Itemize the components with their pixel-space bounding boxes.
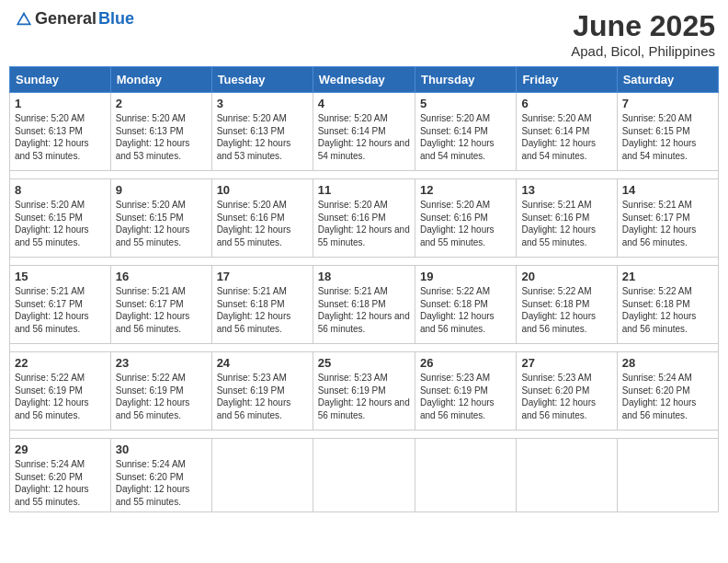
calendar-cell: 23 Sunrise: 5:22 AMSunset: 6:19 PMDaylig… [110, 352, 211, 431]
day-info: Sunrise: 5:20 AMSunset: 6:16 PMDaylight:… [420, 200, 495, 247]
day-info: Sunrise: 5:21 AMSunset: 6:17 PMDaylight:… [622, 200, 697, 247]
day-number: 10 [217, 183, 308, 197]
calendar-cell: 12 Sunrise: 5:20 AMSunset: 6:16 PMDaylig… [415, 179, 516, 258]
calendar-cell: 10 Sunrise: 5:20 AMSunset: 6:16 PMDaylig… [211, 179, 313, 258]
day-info: Sunrise: 5:21 AMSunset: 6:17 PMDaylight:… [15, 286, 89, 334]
day-info: Sunrise: 5:20 AMSunset: 6:14 PMDaylight:… [318, 113, 410, 161]
header: General Blue June 2025 Apad, Bicol, Phil… [9, 9, 719, 59]
col-monday: Monday [110, 67, 211, 93]
calendar-cell [517, 439, 617, 512]
calendar-cell: 24 Sunrise: 5:23 AMSunset: 6:19 PMDaylig… [211, 352, 313, 431]
day-info: Sunrise: 5:22 AMSunset: 6:18 PMDaylight:… [622, 286, 697, 334]
day-number: 28 [622, 356, 713, 370]
day-info: Sunrise: 5:22 AMSunset: 6:18 PMDaylight:… [420, 286, 495, 334]
day-info: Sunrise: 5:23 AMSunset: 6:20 PMDaylight:… [521, 373, 596, 420]
day-info: Sunrise: 5:21 AMSunset: 6:18 PMDaylight:… [217, 286, 291, 334]
week-row-4: 22 Sunrise: 5:22 AMSunset: 6:19 PMDaylig… [10, 352, 719, 431]
day-number: 25 [318, 356, 410, 370]
week-row-3: 15 Sunrise: 5:21 AMSunset: 6:17 PMDaylig… [10, 266, 719, 344]
day-number: 13 [521, 183, 611, 197]
day-number: 12 [420, 183, 511, 197]
day-info: Sunrise: 5:21 AMSunset: 6:16 PMDaylight:… [521, 200, 596, 247]
day-info: Sunrise: 5:20 AMSunset: 6:15 PMDaylight:… [622, 113, 697, 161]
day-number: 29 [15, 442, 106, 456]
calendar-cell: 30 Sunrise: 5:24 AMSunset: 6:20 PMDaylig… [110, 439, 211, 512]
day-number: 5 [420, 97, 511, 110]
calendar-cell: 17 Sunrise: 5:21 AMSunset: 6:18 PMDaylig… [211, 266, 313, 344]
day-info: Sunrise: 5:24 AMSunset: 6:20 PMDaylight:… [622, 373, 697, 420]
day-info: Sunrise: 5:20 AMSunset: 6:14 PMDaylight:… [420, 113, 495, 161]
col-sunday: Sunday [10, 67, 111, 93]
day-info: Sunrise: 5:20 AMSunset: 6:16 PMDaylight:… [318, 200, 410, 247]
calendar-cell: 26 Sunrise: 5:23 AMSunset: 6:19 PMDaylig… [415, 352, 516, 431]
day-number: 27 [521, 356, 611, 370]
day-info: Sunrise: 5:23 AMSunset: 6:19 PMDaylight:… [420, 373, 495, 420]
day-info: Sunrise: 5:24 AMSunset: 6:20 PMDaylight:… [116, 459, 190, 507]
calendar-cell: 2 Sunrise: 5:20 AMSunset: 6:13 PMDayligh… [110, 93, 211, 171]
calendar: Sunday Monday Tuesday Wednesday Thursday… [9, 66, 719, 512]
logo: General Blue [13, 9, 134, 29]
day-number: 24 [217, 356, 308, 370]
calendar-cell: 6 Sunrise: 5:20 AMSunset: 6:14 PMDayligh… [517, 93, 617, 171]
logo-icon [15, 10, 33, 29]
day-info: Sunrise: 5:22 AMSunset: 6:18 PMDaylight:… [521, 286, 596, 334]
day-info: Sunrise: 5:22 AMSunset: 6:19 PMDaylight:… [15, 373, 89, 420]
day-number: 30 [116, 442, 207, 456]
calendar-cell: 7 Sunrise: 5:20 AMSunset: 6:15 PMDayligh… [617, 93, 718, 171]
week-separator [10, 344, 719, 352]
week-row-1: 1 Sunrise: 5:20 AMSunset: 6:13 PMDayligh… [10, 93, 719, 171]
col-wednesday: Wednesday [313, 67, 415, 93]
title-area: June 2025 Apad, Bicol, Philippines [571, 9, 715, 59]
day-number: 14 [622, 183, 713, 197]
calendar-cell: 16 Sunrise: 5:21 AMSunset: 6:17 PMDaylig… [110, 266, 211, 344]
col-thursday: Thursday [415, 67, 516, 93]
week-separator [10, 258, 719, 266]
day-info: Sunrise: 5:20 AMSunset: 6:16 PMDaylight:… [217, 200, 291, 247]
day-number: 8 [15, 183, 106, 197]
day-info: Sunrise: 5:23 AMSunset: 6:19 PMDaylight:… [318, 373, 410, 420]
calendar-cell: 9 Sunrise: 5:20 AMSunset: 6:15 PMDayligh… [110, 179, 211, 258]
day-number: 20 [521, 270, 611, 283]
day-info: Sunrise: 5:20 AMSunset: 6:15 PMDaylight:… [15, 200, 89, 247]
calendar-cell: 28 Sunrise: 5:24 AMSunset: 6:20 PMDaylig… [617, 352, 718, 431]
calendar-cell: 18 Sunrise: 5:21 AMSunset: 6:18 PMDaylig… [313, 266, 415, 344]
day-info: Sunrise: 5:24 AMSunset: 6:20 PMDaylight:… [15, 459, 89, 507]
calendar-cell: 5 Sunrise: 5:20 AMSunset: 6:14 PMDayligh… [415, 93, 516, 171]
day-number: 18 [318, 270, 410, 283]
calendar-cell: 25 Sunrise: 5:23 AMSunset: 6:19 PMDaylig… [313, 352, 415, 431]
day-number: 6 [521, 97, 611, 110]
day-number: 1 [15, 97, 106, 110]
day-number: 11 [318, 183, 410, 197]
day-info: Sunrise: 5:20 AMSunset: 6:13 PMDaylight:… [15, 113, 89, 161]
calendar-cell: 20 Sunrise: 5:22 AMSunset: 6:18 PMDaylig… [517, 266, 617, 344]
day-info: Sunrise: 5:21 AMSunset: 6:17 PMDaylight:… [116, 286, 190, 334]
day-info: Sunrise: 5:21 AMSunset: 6:18 PMDaylight:… [318, 286, 410, 334]
calendar-cell [415, 439, 516, 512]
calendar-cell [211, 439, 313, 512]
col-tuesday: Tuesday [211, 67, 313, 93]
calendar-cell: 19 Sunrise: 5:22 AMSunset: 6:18 PMDaylig… [415, 266, 516, 344]
calendar-cell [617, 439, 718, 512]
day-number: 16 [116, 270, 207, 283]
week-row-2: 8 Sunrise: 5:20 AMSunset: 6:15 PMDayligh… [10, 179, 719, 258]
calendar-cell [313, 439, 415, 512]
day-number: 3 [217, 97, 308, 110]
calendar-cell: 29 Sunrise: 5:24 AMSunset: 6:20 PMDaylig… [10, 439, 111, 512]
week-row-5: 29 Sunrise: 5:24 AMSunset: 6:20 PMDaylig… [10, 439, 719, 512]
calendar-cell: 22 Sunrise: 5:22 AMSunset: 6:19 PMDaylig… [10, 352, 111, 431]
day-number: 9 [116, 183, 207, 197]
calendar-cell: 21 Sunrise: 5:22 AMSunset: 6:18 PMDaylig… [617, 266, 718, 344]
day-number: 22 [15, 356, 106, 370]
day-info: Sunrise: 5:23 AMSunset: 6:19 PMDaylight:… [217, 373, 291, 420]
calendar-cell: 11 Sunrise: 5:20 AMSunset: 6:16 PMDaylig… [313, 179, 415, 258]
col-friday: Friday [517, 67, 617, 93]
day-info: Sunrise: 5:20 AMSunset: 6:13 PMDaylight:… [217, 113, 291, 161]
calendar-cell: 3 Sunrise: 5:20 AMSunset: 6:13 PMDayligh… [211, 93, 313, 171]
week-separator [10, 431, 719, 439]
day-number: 26 [420, 356, 511, 370]
month-title: June 2025 [571, 9, 715, 43]
calendar-cell: 15 Sunrise: 5:21 AMSunset: 6:17 PMDaylig… [10, 266, 111, 344]
col-saturday: Saturday [617, 67, 718, 93]
day-info: Sunrise: 5:22 AMSunset: 6:19 PMDaylight:… [116, 373, 190, 420]
day-info: Sunrise: 5:20 AMSunset: 6:14 PMDaylight:… [521, 113, 596, 161]
